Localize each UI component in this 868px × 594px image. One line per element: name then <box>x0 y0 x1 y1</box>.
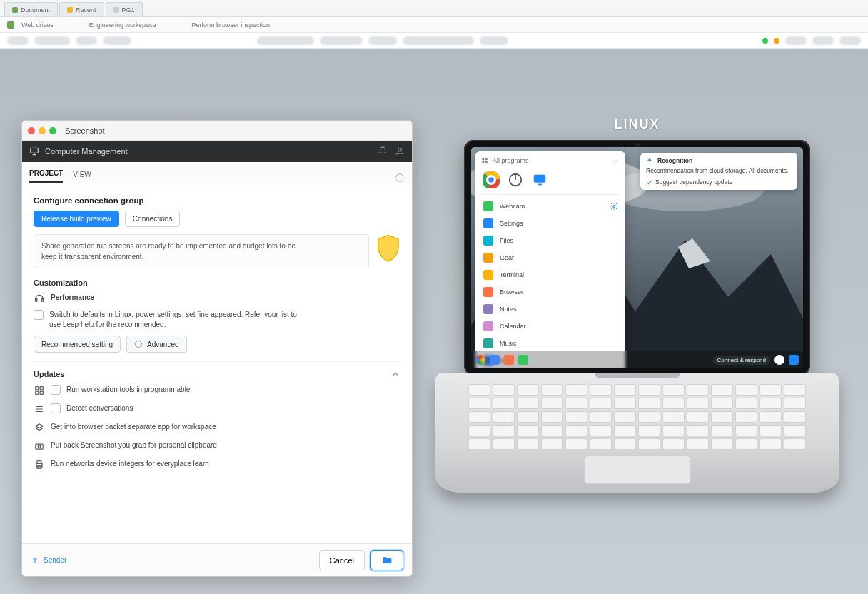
key[interactable] <box>541 425 563 436</box>
browser-tab[interactable]: Document <box>4 2 58 16</box>
checkbox[interactable] <box>34 310 44 320</box>
key[interactable] <box>711 425 733 436</box>
launcher-item[interactable]: Gear <box>480 251 621 265</box>
monitor-icon[interactable] <box>531 171 548 188</box>
bookmark-item[interactable]: Web drives <box>21 21 54 29</box>
key[interactable] <box>493 425 515 436</box>
window-titlebar[interactable]: Screenshot <box>22 121 412 141</box>
key[interactable] <box>687 384 709 396</box>
chevron-up-icon[interactable] <box>390 369 400 379</box>
key[interactable] <box>735 425 757 436</box>
key[interactable] <box>565 411 587 423</box>
key[interactable] <box>735 398 757 409</box>
checkbox[interactable] <box>51 403 61 413</box>
launcher-item[interactable]: Settings <box>480 216 621 231</box>
key[interactable] <box>638 411 660 423</box>
tray-icon[interactable] <box>774 355 784 365</box>
minimize-icon[interactable] <box>39 127 46 134</box>
key[interactable] <box>614 438 636 450</box>
key[interactable] <box>493 398 515 409</box>
footer-link[interactable]: Sender <box>31 556 66 565</box>
recommend-button[interactable]: Recommended setting <box>34 336 121 353</box>
key[interactable] <box>687 411 709 423</box>
key[interactable] <box>735 411 757 423</box>
launcher-item[interactable]: Webcam <box>480 199 621 213</box>
maximize-icon[interactable] <box>49 127 56 134</box>
key[interactable] <box>541 411 563 423</box>
key[interactable] <box>784 384 806 396</box>
key[interactable] <box>662 384 685 396</box>
key[interactable] <box>711 384 733 396</box>
key[interactable] <box>638 398 660 409</box>
key[interactable] <box>760 425 782 436</box>
start-icon[interactable] <box>475 355 485 365</box>
key[interactable] <box>784 411 806 423</box>
key[interactable] <box>784 398 806 409</box>
bookmark-item[interactable]: Engineering workspace <box>89 21 156 29</box>
key[interactable] <box>493 438 515 450</box>
refresh-icon[interactable] <box>395 173 405 183</box>
launcher-item[interactable]: Notes <box>480 302 621 316</box>
ok-button[interactable] <box>370 550 403 570</box>
key[interactable] <box>517 384 539 396</box>
bell-icon[interactable] <box>378 146 388 156</box>
checkbox[interactable] <box>51 385 61 395</box>
chrome-icon[interactable] <box>483 171 500 188</box>
key[interactable] <box>711 398 733 409</box>
key[interactable] <box>614 384 636 396</box>
filter-release-button[interactable]: Release build preview <box>34 211 119 227</box>
key[interactable] <box>614 398 636 409</box>
browser-tab[interactable]: PG1 <box>106 2 143 16</box>
taskbar-app-icon[interactable] <box>504 355 514 365</box>
key[interactable] <box>760 398 782 409</box>
key[interactable] <box>687 398 709 409</box>
taskbar-app-icon[interactable] <box>518 355 528 365</box>
key[interactable] <box>541 384 563 396</box>
notification-card[interactable]: Recognition Recommendation from cloud st… <box>640 153 797 190</box>
trackpad[interactable] <box>584 455 691 484</box>
key[interactable] <box>590 384 612 396</box>
key[interactable] <box>590 411 612 423</box>
key[interactable] <box>565 438 587 450</box>
key[interactable] <box>590 398 612 409</box>
launcher-item[interactable]: Terminal <box>480 268 621 282</box>
key[interactable] <box>638 438 660 450</box>
taskbar-app-icon[interactable] <box>490 355 500 365</box>
list-item[interactable]: Detect conversations <box>34 403 400 415</box>
key[interactable] <box>541 438 563 450</box>
key[interactable] <box>784 425 806 436</box>
list-item[interactable]: Get into browser packet separate app for… <box>34 422 400 433</box>
browser-tab[interactable]: Recent <box>59 2 104 16</box>
key[interactable] <box>638 384 660 396</box>
key[interactable] <box>760 411 782 423</box>
key[interactable] <box>493 411 515 423</box>
key[interactable] <box>468 411 490 423</box>
key[interactable] <box>662 425 685 436</box>
key[interactable] <box>517 411 539 423</box>
key[interactable] <box>760 438 782 450</box>
close-icon[interactable] <box>28 127 35 134</box>
launcher-item[interactable]: Music <box>480 336 621 351</box>
key[interactable] <box>687 425 709 436</box>
key[interactable] <box>687 438 709 450</box>
list-item[interactable]: Run networks device integers for everypl… <box>34 459 400 470</box>
launcher-item[interactable]: Files <box>480 233 621 248</box>
launcher-item[interactable]: Browser <box>480 285 621 299</box>
key[interactable] <box>565 398 587 409</box>
key[interactable] <box>517 398 539 409</box>
key[interactable] <box>614 411 636 423</box>
key[interactable] <box>638 425 660 436</box>
power-icon[interactable] <box>507 171 524 188</box>
gear-icon[interactable] <box>610 202 618 211</box>
chevron-down-icon[interactable] <box>612 157 620 164</box>
key[interactable] <box>468 438 490 450</box>
key[interactable] <box>541 398 563 409</box>
key[interactable] <box>468 425 490 436</box>
key[interactable] <box>711 438 733 450</box>
key[interactable] <box>565 425 587 436</box>
key[interactable] <box>493 384 515 396</box>
key[interactable] <box>590 438 612 450</box>
key[interactable] <box>614 425 636 436</box>
key[interactable] <box>517 425 539 436</box>
key[interactable] <box>590 425 612 436</box>
